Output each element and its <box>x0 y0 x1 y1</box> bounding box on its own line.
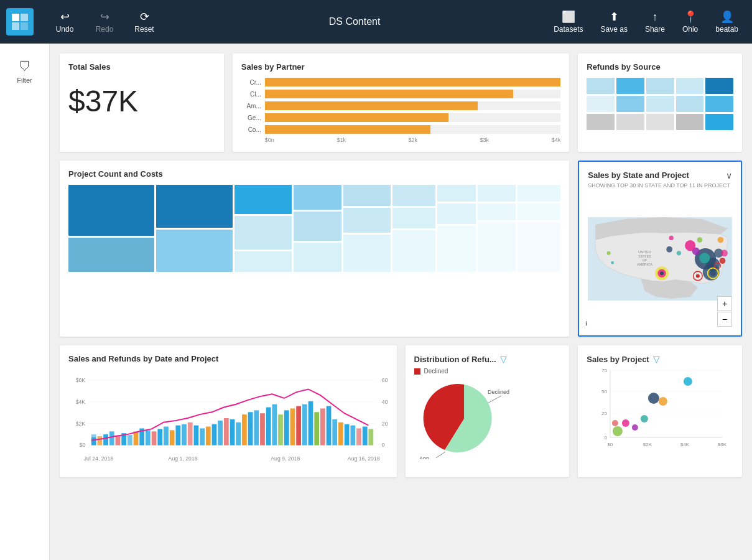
datasets-button[interactable]: ⬜ Datasets <box>546 6 590 37</box>
distribution-legend: Declined <box>414 368 561 375</box>
svg-text:$2K: $2K <box>643 442 652 447</box>
treemap-cell <box>68 185 154 236</box>
svg-point-32 <box>669 236 674 240</box>
map-chevron-icon[interactable]: ∨ <box>726 170 732 180</box>
legend-declined: Declined <box>424 368 448 375</box>
svg-rect-66 <box>212 424 217 446</box>
share-button[interactable]: ↑ Share <box>638 7 672 37</box>
svg-rect-97 <box>414 368 420 375</box>
treemap-col-1 <box>68 185 154 272</box>
treemap-cell <box>518 185 560 202</box>
sales-refunds-title: Sales and Refunds by Date and Project <box>68 354 388 363</box>
svg-text:$0: $0 <box>608 442 613 447</box>
svg-rect-86 <box>332 419 337 446</box>
undo-button[interactable]: ↩ Undo <box>46 6 83 37</box>
svg-rect-71 <box>242 414 247 445</box>
treemap-cell <box>68 238 154 272</box>
svg-rect-55 <box>146 430 151 445</box>
svg-rect-61 <box>182 424 187 446</box>
redo-button[interactable]: ↪ Redo <box>86 6 123 37</box>
sales-project-card: Sales by Project ▽ 75 50 25 0 $0 $2K <box>578 345 742 477</box>
svg-text:Jul 24, 2018: Jul 24, 2018 <box>84 455 114 462</box>
bar-label-cr: Cr... <box>241 79 261 86</box>
svg-text:$4K: $4K <box>76 399 86 405</box>
zoom-out-button[interactable]: − <box>717 312 732 327</box>
svg-point-121 <box>641 415 648 422</box>
sales-project-title: Sales by Project <box>587 355 649 364</box>
svg-point-31 <box>696 274 700 278</box>
svg-rect-46 <box>91 434 96 437</box>
map-card: Sales by State and Project SHOWING TOP 3… <box>578 161 742 337</box>
svg-text:Aug 1, 2018: Aug 1, 2018 <box>169 455 198 462</box>
app-logo <box>6 8 34 35</box>
total-sales-value: $37K <box>68 84 215 118</box>
svg-rect-72 <box>248 412 253 445</box>
treemap-cell <box>478 222 516 272</box>
treemap-cell <box>392 208 435 229</box>
datasets-label: Datasets <box>554 25 583 34</box>
ohio-button[interactable]: 📍 Ohio <box>675 6 705 37</box>
svg-point-14 <box>700 253 710 263</box>
map-svg: UNITED STATES OF AMERICA <box>588 194 732 324</box>
heatmap-cell <box>587 96 615 112</box>
undo-icon: ↩ <box>60 10 70 24</box>
map-zoom-controls: + − <box>717 296 732 327</box>
svg-rect-81 <box>302 404 307 446</box>
save-as-button[interactable]: ⬆ Save as <box>593 6 635 37</box>
axis-4k: $4k <box>552 137 561 143</box>
svg-point-119 <box>613 426 623 436</box>
axis-3k: $3k <box>480 137 490 143</box>
axis-2k: $2k <box>408 137 417 143</box>
sidebar-item-filter[interactable]: ⛉ Filter <box>0 54 49 90</box>
svg-rect-76 <box>272 404 277 446</box>
treemap-col-6 <box>392 185 435 272</box>
bar-label-am: Am... <box>241 103 261 110</box>
svg-rect-1 <box>21 14 28 21</box>
svg-rect-84 <box>320 408 325 445</box>
svg-rect-52 <box>128 435 132 445</box>
treemap-cell <box>518 222 560 272</box>
treemap-col-8 <box>478 185 516 272</box>
distribution-card: Distribution of Refu... ▽ Declined App..… <box>406 345 570 477</box>
bar-label-co: Co... <box>241 126 261 133</box>
svg-rect-82 <box>309 401 313 446</box>
treemap-col-3 <box>234 185 292 272</box>
treemap-col-9 <box>518 185 560 272</box>
zoom-in-button[interactable]: + <box>717 296 732 311</box>
treemap-col-4 <box>294 185 341 272</box>
svg-point-16 <box>685 240 695 251</box>
svg-rect-79 <box>290 408 295 445</box>
svg-text:$6K: $6K <box>76 377 86 383</box>
svg-text:Aug 9, 2018: Aug 9, 2018 <box>271 455 300 462</box>
header-right: ⬜ Datasets ⬆ Save as ↑ Share 📍 Ohio 👤 be… <box>546 6 746 37</box>
heatmap-cell <box>676 114 704 130</box>
redo-icon: ↪ <box>100 10 109 24</box>
treemap-cell <box>437 203 475 225</box>
svg-rect-63 <box>194 426 199 446</box>
svg-text:OF: OF <box>643 258 648 262</box>
distribution-filter-icon[interactable]: ▽ <box>500 354 507 364</box>
heatmap-cell <box>676 78 704 94</box>
treemap-cell <box>437 185 475 202</box>
sales-project-filter-icon[interactable]: ▽ <box>653 354 660 364</box>
user-button[interactable]: 👤 beatab <box>708 6 746 37</box>
svg-rect-88 <box>345 424 350 446</box>
datasets-icon: ⬜ <box>562 10 575 24</box>
svg-point-120 <box>632 424 638 431</box>
map-title: Sales by State and Project <box>588 170 730 180</box>
svg-rect-62 <box>188 422 193 446</box>
bar-axis: $0n $1k $2k $3k $4k <box>241 137 561 143</box>
treemap-cell <box>437 226 475 272</box>
svg-rect-80 <box>296 406 301 446</box>
save-as-icon: ⬆ <box>610 10 619 24</box>
reset-button[interactable]: ⟳ Reset <box>126 6 163 37</box>
svg-point-115 <box>684 377 692 386</box>
treemap-cell <box>234 216 292 250</box>
heatmap-cell <box>616 114 644 130</box>
svg-point-19 <box>721 250 728 256</box>
treemap-cell <box>478 185 516 202</box>
header-actions: ↩ Undo ↪ Redo ⟳ Reset <box>46 6 163 37</box>
save-as-label: Save as <box>601 25 628 34</box>
svg-rect-53 <box>134 431 139 445</box>
treemap-cell <box>343 185 391 206</box>
